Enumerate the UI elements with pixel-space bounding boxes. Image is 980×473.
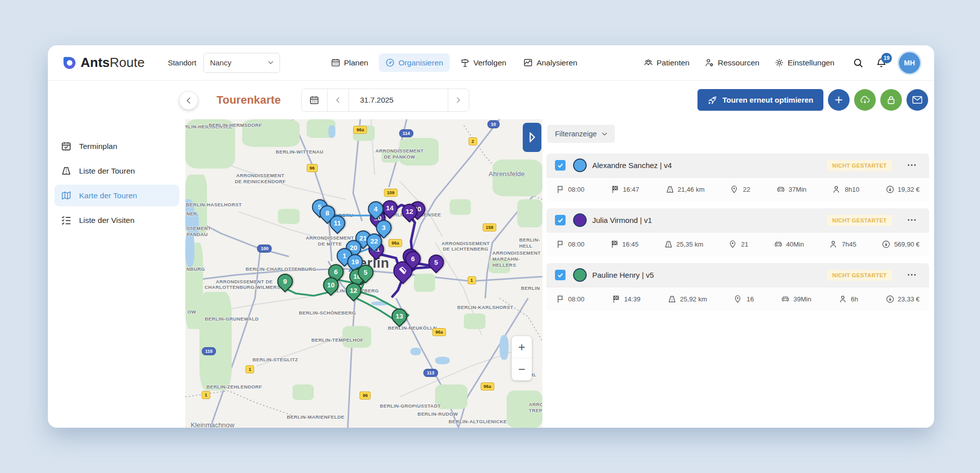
zoom-in-button[interactable]: + [512, 336, 532, 358]
route-stat: 7h45 [829, 240, 856, 249]
nav-item-organisieren[interactable]: Organisieren [379, 53, 450, 72]
car-icon [774, 240, 783, 249]
status-badge: NICHT GESTARTET [827, 160, 892, 171]
download-circle-icon [886, 295, 894, 303]
download-circle-icon [882, 240, 890, 249]
nav-item-verfolgen[interactable]: Verfolgen [454, 53, 513, 72]
route-menu-button[interactable] [907, 219, 917, 221]
route-stat: 08:00 [556, 185, 585, 194]
standort-select[interactable]: Nancy [203, 53, 280, 73]
standort-group: Standort Nancy [168, 53, 280, 73]
route-card: Alexandre Sanchez | v4NICHT GESTARTET08:… [546, 153, 929, 201]
route-checkbox[interactable] [555, 160, 566, 171]
pin-icon [734, 295, 743, 303]
route-card-stats: 08:0016:4525,35 km2140Min7h45569,90 € [546, 232, 929, 256]
calendar-button[interactable] [302, 89, 328, 111]
next-day-button[interactable] [448, 89, 469, 111]
nav-item-planen[interactable]: Planen [324, 53, 375, 72]
envelope-icon [912, 95, 923, 105]
sidebar-item-karte-der-touren[interactable]: Karte der Touren [54, 185, 179, 206]
route-card: Julia Virmond | v1NICHT GESTARTET08:0016… [546, 208, 929, 256]
cloud-download-button[interactable] [854, 89, 876, 111]
route-name: Alexandre Sanchez | v4 [592, 161, 672, 170]
route-card-header: Pauline Henry | v5NICHT GESTARTET [546, 263, 929, 287]
route-checkbox[interactable] [555, 270, 566, 280]
cloud-download-icon [860, 95, 870, 105]
person-icon [839, 295, 848, 303]
map-zoom-controls: + − [512, 336, 532, 380]
route-stat: 40Min [774, 240, 804, 249]
calendar-check-icon [61, 141, 72, 151]
patients-icon [644, 58, 653, 67]
nav-item-patienten[interactable]: Patienten [643, 53, 691, 72]
chevron-down-icon [268, 61, 273, 64]
previous-day-button[interactable] [328, 89, 349, 111]
nav-item-einstellungen[interactable]: Einstellungen [774, 53, 835, 72]
email-button[interactable] [906, 89, 928, 111]
flag-icon [556, 295, 565, 303]
route-card: Pauline Henry | v5NICHT GESTARTET08:0014… [546, 263, 929, 311]
plus-icon [833, 95, 844, 105]
notification-count-badge: 19 [881, 53, 892, 63]
date-picker: 31.7.2025 [301, 89, 469, 112]
pin-icon [729, 240, 738, 249]
road-icon [664, 240, 673, 249]
navbar-icon-group: 19 MH [853, 52, 920, 73]
sidebar-item-liste-der-visiten[interactable]: Liste der Visiten [54, 209, 179, 231]
user-avatar[interactable]: MH [899, 52, 920, 73]
brand-logo[interactable]: AntsRoute [62, 55, 145, 70]
map-canvas[interactable]: BERLIN-HEILIGENSEEBERLIN-HERMSDORFBERLIN… [185, 119, 542, 428]
finish-flag-icon [610, 240, 619, 249]
reoptimize-button[interactable]: Touren erneut optimieren [697, 89, 823, 111]
sidebar: TerminplanListe der TourenKarte der Tour… [48, 81, 185, 428]
route-color-avatar [573, 213, 587, 227]
app-window: AntsRoute Standort Nancy PlanenOrganisie… [48, 45, 934, 428]
road-icon [61, 166, 72, 176]
route-stat: 16:47 [611, 185, 640, 194]
route-cards: Alexandre Sanchez | v4NICHT GESTARTET08:… [546, 153, 929, 311]
route-card-stats: 08:0014:3925,92 km1639Min6h23,33 € [546, 287, 929, 311]
collapse-sidebar-button[interactable] [179, 91, 198, 110]
route-menu-button[interactable] [907, 164, 917, 166]
status-badge: NICHT GESTARTET [827, 215, 892, 226]
zoom-out-button[interactable]: − [512, 358, 532, 380]
expand-panel-button[interactable] [523, 123, 541, 152]
finish-flag-icon [611, 185, 619, 194]
lock-icon [886, 95, 896, 105]
route-stat: 21,46 km [666, 185, 705, 194]
route-stat: 08:00 [556, 240, 585, 249]
pin-icon [731, 185, 739, 194]
routes-panel: Filteranzeige Alexandre Sanchez | v4NICH… [542, 119, 934, 428]
route-name: Julia Virmond | v1 [592, 216, 652, 224]
route-stat: 22 [731, 185, 750, 194]
route-stat: 14:39 [612, 295, 641, 303]
route-stat: 21 [729, 240, 748, 249]
add-button[interactable] [828, 89, 850, 111]
nav-item-ressourcen[interactable]: Ressourcen [704, 53, 760, 72]
primary-nav: PlanenOrganisierenVerfolgenAnalysieren [324, 53, 584, 72]
download-circle-icon [886, 185, 894, 194]
route-checkbox[interactable] [555, 215, 566, 225]
date-value[interactable]: 31.7.2025 [349, 89, 448, 111]
road-icon [668, 295, 676, 303]
nav-item-analysieren[interactable]: Analysieren [517, 53, 584, 72]
brand-light: Route [110, 55, 145, 70]
flag-icon [556, 240, 565, 249]
filter-toggle-button[interactable]: Filteranzeige [547, 125, 615, 143]
route-stat: 6h [839, 295, 858, 303]
filter-label: Filteranzeige [555, 130, 597, 138]
route-stat: 23,33 € [886, 295, 920, 303]
lock-button[interactable] [880, 89, 902, 111]
search-icon[interactable] [853, 57, 864, 68]
resources-icon [705, 58, 714, 67]
bell-icon[interactable]: 19 [876, 57, 887, 68]
antsroute-logo-icon [62, 55, 77, 70]
route-stat: 19,32 € [886, 185, 920, 194]
car-icon [777, 185, 785, 194]
route-menu-button[interactable] [907, 274, 917, 276]
person-icon [829, 240, 838, 249]
map-icon [61, 190, 72, 201]
sidebar-item-terminplan[interactable]: Terminplan [54, 135, 179, 157]
sidebar-item-liste-der-touren[interactable]: Liste der Touren [54, 160, 179, 182]
route-stat: 25,92 km [668, 295, 707, 303]
